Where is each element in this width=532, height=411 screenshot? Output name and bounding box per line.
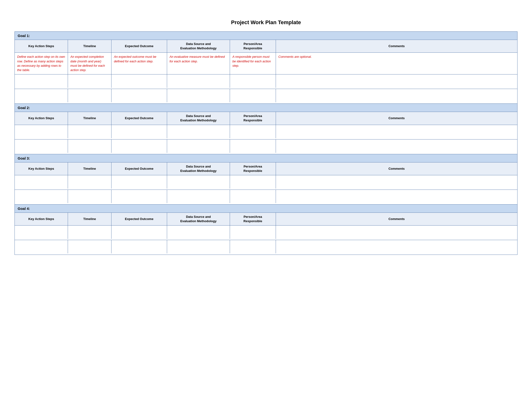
empty-cell-g2-r2-c2 <box>68 140 112 153</box>
col-header-key-action-steps: Key Action Steps <box>15 40 68 52</box>
empty-cell-g4-r2-c5 <box>230 240 276 253</box>
empty-cell-g2-r1-c5 <box>230 125 276 138</box>
col-header-expected-outcome: Expected Outcome <box>112 213 167 225</box>
col-header-comments: Comments <box>276 213 517 225</box>
empty-cell-g2-r1-c4 <box>167 125 230 138</box>
empty-cell-g4-r1-c3 <box>112 225 167 239</box>
col-header-key-action-steps: Key Action Steps <box>15 213 68 225</box>
empty-cell-g2-r1-c6 <box>276 125 517 138</box>
col-header-expected-outcome: Expected Outcome <box>112 162 167 175</box>
col-headers-3: Key Action StepsTimelineExpected Outcome… <box>15 162 517 175</box>
empty-cell-g2-r2-c4 <box>167 140 230 153</box>
instruction-cell-g1-c6: Comments are optional. <box>276 53 517 74</box>
data-row-g1-r3 <box>15 89 517 103</box>
empty-cell-g2-r2-c3 <box>112 140 167 153</box>
empty-cell-g1-r2-c5 <box>230 75 276 88</box>
goal-header-4: Goal 4: <box>15 205 517 213</box>
empty-cell-g1-r3-c3 <box>112 89 167 102</box>
col-header-comments: Comments <box>276 40 517 52</box>
empty-cell-g3-r2-c2 <box>68 190 112 203</box>
empty-cell-g2-r2-c5 <box>230 140 276 153</box>
col-header-timeline: Timeline <box>68 213 112 225</box>
col-header-key-action-steps: Key Action Steps <box>15 162 68 175</box>
goal-section-3: Goal 3:Key Action StepsTimelineExpected … <box>15 154 517 205</box>
empty-cell-g3-r1-c1 <box>15 175 68 188</box>
col-header-timeline: Timeline <box>68 162 112 175</box>
empty-cell-g1-r2-c3 <box>112 75 167 88</box>
empty-cell-g1-r2-c1 <box>15 75 68 88</box>
empty-cell-g2-r1-c3 <box>112 125 167 138</box>
data-row-g1-r1: Define each action step on its own row. … <box>15 53 517 75</box>
empty-cell-g4-r2-c1 <box>15 240 68 253</box>
empty-cell-g4-r1-c4 <box>167 225 230 239</box>
empty-cell-g1-r3-c1 <box>15 89 68 102</box>
goal-section-1: Goal 1:Key Action StepsTimelineExpected … <box>15 32 517 104</box>
data-row-g4-r2 <box>15 240 517 255</box>
empty-cell-g3-r2-c1 <box>15 190 68 203</box>
empty-cell-g2-r2-c6 <box>276 140 517 153</box>
empty-cell-g1-r3-c2 <box>68 89 112 102</box>
data-row-g2-r1 <box>15 125 517 140</box>
data-row-g1-r2 <box>15 75 517 89</box>
empty-cell-g3-r1-c5 <box>230 175 276 188</box>
col-header-person-area: Person/AreaResponsible <box>230 40 276 52</box>
goal-header-1: Goal 1: <box>15 32 517 40</box>
col-header-key-action-steps: Key Action Steps <box>15 112 68 124</box>
col-header-expected-outcome: Expected Outcome <box>112 40 167 52</box>
instruction-cell-g1-c4: An evaluative measure must be defined fo… <box>167 53 230 74</box>
empty-cell-g3-r1-c2 <box>68 175 112 188</box>
goal-header-3: Goal 3: <box>15 154 517 162</box>
empty-cell-g2-r2-c1 <box>15 140 68 153</box>
empty-cell-g3-r2-c6 <box>276 190 517 203</box>
col-header-data-source: Data Source andEvaluation Methodology <box>167 162 230 175</box>
template-container: Goal 1:Key Action StepsTimelineExpected … <box>15 31 517 255</box>
instruction-cell-g1-c5: A responsible person must be identified … <box>230 53 276 74</box>
empty-cell-g4-r1-c6 <box>276 225 517 239</box>
empty-cell-g1-r2-c2 <box>68 75 112 88</box>
data-row-g4-r1 <box>15 225 517 240</box>
empty-cell-g4-r2-c6 <box>276 240 517 253</box>
data-row-g3-r2 <box>15 190 517 204</box>
col-headers-2: Key Action StepsTimelineExpected Outcome… <box>15 112 517 125</box>
col-header-timeline: Timeline <box>68 40 112 52</box>
col-header-comments: Comments <box>276 112 517 124</box>
empty-cell-g1-r2-c6 <box>276 75 517 88</box>
empty-cell-g2-r1-c1 <box>15 125 68 138</box>
col-header-person-area: Person/AreaResponsible <box>230 213 276 225</box>
goal-section-4: Goal 4:Key Action StepsTimelineExpected … <box>15 205 517 255</box>
instruction-cell-g1-c3: An expected outcome must be defined for … <box>112 53 167 74</box>
empty-cell-g3-r2-c5 <box>230 190 276 203</box>
goal-section-2: Goal 2:Key Action StepsTimelineExpected … <box>15 104 517 154</box>
empty-cell-g1-r3-c5 <box>230 89 276 102</box>
empty-cell-g1-r2-c4 <box>167 75 230 88</box>
empty-cell-g3-r1-c6 <box>276 175 517 188</box>
col-header-person-area: Person/AreaResponsible <box>230 112 276 124</box>
empty-cell-g1-r3-c6 <box>276 89 517 102</box>
col-header-expected-outcome: Expected Outcome <box>112 112 167 124</box>
instruction-cell-g1-c2: An expected completion date (month and y… <box>68 53 112 74</box>
col-header-data-source: Data Source andEvaluation Methodology <box>167 112 230 124</box>
empty-cell-g4-r1-c5 <box>230 225 276 239</box>
page-title: Project Work Plan Template <box>231 19 301 26</box>
col-header-data-source: Data Source andEvaluation Methodology <box>167 213 230 225</box>
instruction-cell-g1-c1: Define each action step on its own row. … <box>15 53 68 74</box>
col-header-timeline: Timeline <box>68 112 112 124</box>
empty-cell-g4-r2-c3 <box>112 240 167 253</box>
empty-cell-g3-r1-c4 <box>167 175 230 188</box>
empty-cell-g2-r1-c2 <box>68 125 112 138</box>
empty-cell-g4-r2-c2 <box>68 240 112 253</box>
empty-cell-g3-r2-c4 <box>167 190 230 203</box>
data-row-g3-r1 <box>15 175 517 190</box>
col-headers-1: Key Action StepsTimelineExpected Outcome… <box>15 40 517 53</box>
empty-cell-g4-r1-c1 <box>15 225 68 239</box>
goal-header-2: Goal 2: <box>15 104 517 112</box>
data-row-g2-r2 <box>15 140 517 154</box>
empty-cell-g4-r1-c2 <box>68 225 112 239</box>
empty-cell-g4-r2-c4 <box>167 240 230 253</box>
col-header-data-source: Data Source andEvaluation Methodology <box>167 40 230 52</box>
empty-cell-g3-r1-c3 <box>112 175 167 188</box>
empty-cell-g3-r2-c3 <box>112 190 167 203</box>
col-header-person-area: Person/AreaResponsible <box>230 162 276 175</box>
empty-cell-g1-r3-c4 <box>167 89 230 102</box>
col-headers-4: Key Action StepsTimelineExpected Outcome… <box>15 213 517 225</box>
